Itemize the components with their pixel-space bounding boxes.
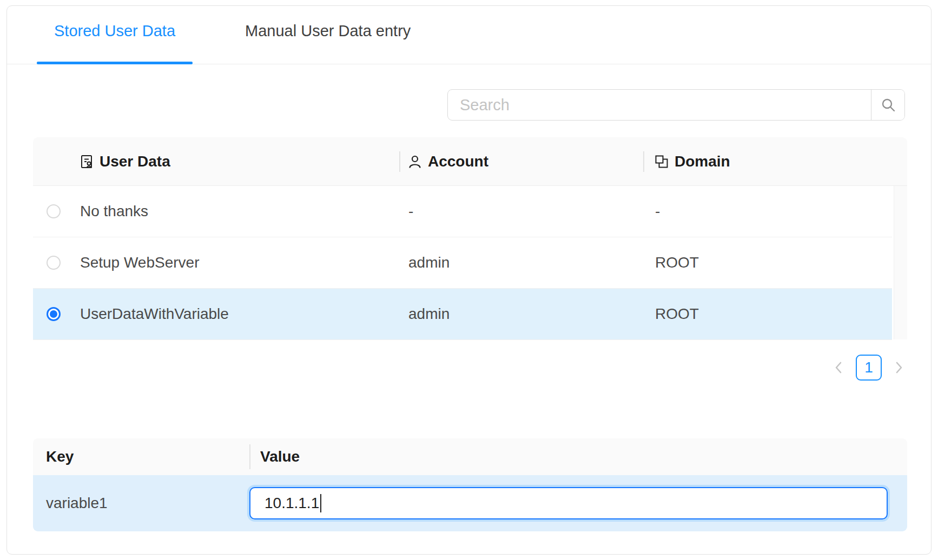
column-header-domain: Domain [643, 137, 892, 185]
pagination: 1 [33, 355, 907, 381]
table-header: User Data Account [33, 137, 907, 186]
column-header-value: Value [249, 438, 907, 475]
user-icon [407, 154, 422, 169]
user-data-name: Setup WebServer [80, 254, 200, 271]
search-group [447, 89, 905, 121]
radio-userdatawithvariable[interactable] [47, 307, 61, 321]
kv-table-header: Key Value [33, 438, 907, 475]
tab-manual-user-data-entry[interactable]: Manual User Data entry [228, 6, 428, 64]
domain-value: ROOT [643, 305, 892, 323]
table-scrollbar[interactable] [894, 186, 907, 339]
column-label: User Data [100, 153, 170, 170]
domain-value: ROOT [643, 254, 892, 271]
domain-value: - [643, 203, 892, 220]
chevron-left-icon [833, 361, 845, 375]
radio-setup-webserver[interactable] [47, 256, 61, 270]
pagination-page-1[interactable]: 1 [856, 355, 882, 381]
value-input-text: 10.1.1.1 [265, 495, 319, 512]
table-row-userdatawithvariable[interactable]: UserDataWithVariable admin ROOT [33, 289, 892, 340]
column-label: Domain [675, 153, 730, 170]
tab-label: Stored User Data [54, 22, 175, 40]
variable-key: variable1 [33, 495, 249, 512]
column-label: Account [428, 153, 488, 170]
user-data-name: UserDataWithVariable [80, 305, 229, 323]
table-row-no-thanks[interactable]: No thanks - - [33, 186, 892, 237]
tab-bar: Stored User Data Manual User Data entry [7, 6, 931, 64]
search-input[interactable] [448, 90, 871, 120]
header-scrollbar-gutter [892, 137, 907, 185]
chevron-right-icon [893, 361, 904, 375]
search-button[interactable] [871, 90, 904, 120]
block-icon [654, 154, 669, 169]
radio-no-thanks[interactable] [47, 204, 61, 218]
value-input[interactable]: 10.1.1.1 [249, 487, 888, 519]
table-row-setup-webserver[interactable]: Setup WebServer admin ROOT [33, 237, 892, 289]
pagination-next-button[interactable] [890, 355, 907, 381]
solution-icon [79, 154, 94, 169]
tab-stored-user-data[interactable]: Stored User Data [37, 6, 193, 64]
search-icon [880, 97, 896, 113]
user-data-table: User Data Account [33, 137, 907, 340]
account-value: - [399, 203, 643, 220]
text-cursor [320, 494, 321, 512]
account-value: admin [399, 254, 643, 271]
column-header-key: Key [33, 448, 249, 465]
kv-table-row: variable1 10.1.1.1 [33, 475, 907, 531]
pagination-prev-button[interactable] [830, 355, 848, 381]
tab-label: Manual User Data entry [245, 22, 411, 40]
column-header-account: Account [399, 137, 643, 185]
user-data-dialog: Stored User Data Manual User Data entry [6, 5, 932, 555]
key-value-table: Key Value variable1 10.1.1.1 [33, 438, 907, 531]
account-value: admin [399, 305, 643, 323]
user-data-name: No thanks [80, 203, 148, 220]
column-header-user-data: User Data [33, 137, 399, 185]
